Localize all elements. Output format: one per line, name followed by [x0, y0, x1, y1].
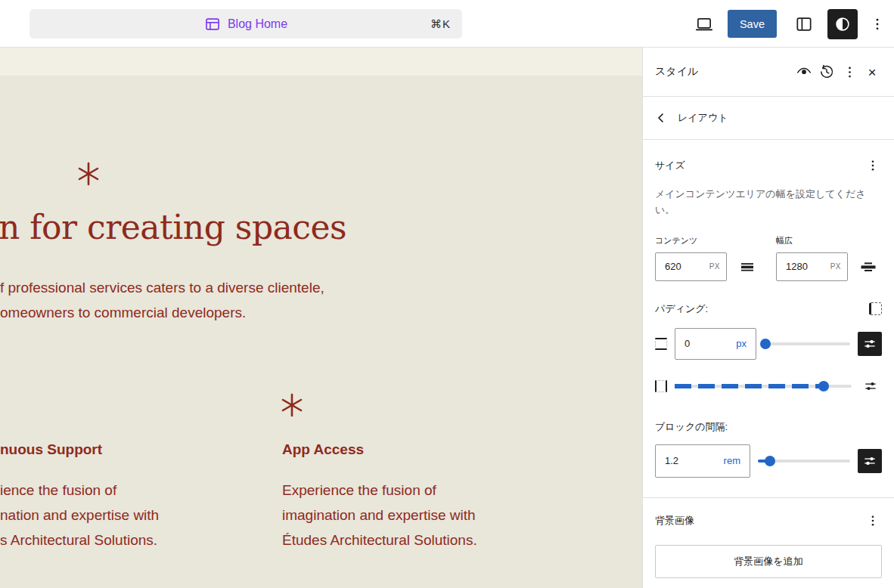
feature-body: Experience the fusion of imagination and…: [282, 478, 532, 552]
section-divider: [643, 497, 894, 498]
style-book-button[interactable]: [793, 60, 815, 83]
sliders-icon: [862, 453, 877, 469]
command-palette-button[interactable]: Blog Home ⌘K: [29, 9, 462, 39]
site-title-label: Blog Home: [228, 17, 287, 31]
intro-paragraph[interactable]: f professional services caters to a dive…: [0, 275, 324, 325]
asterisk-icon: [76, 162, 101, 186]
content-width-input[interactable]: 620 PX: [655, 252, 727, 281]
padding-label: パディング:: [655, 302, 708, 316]
canvas-header-strip: [0, 48, 642, 76]
wide-width-unit[interactable]: PX: [830, 262, 841, 271]
asterisk-icon: [280, 393, 304, 417]
content-width-label: コンテンツ: [655, 235, 756, 246]
laptop-icon: [694, 14, 714, 34]
back-to-styles-button[interactable]: レイアウト: [643, 97, 894, 140]
horizontal-padding-options-button[interactable]: [859, 375, 882, 398]
add-background-image-button[interactable]: 背景画像を追加: [655, 545, 882, 578]
view-preview-button[interactable]: [691, 11, 718, 38]
styles-sidebar: スタイル: [642, 48, 894, 588]
styles-button[interactable]: [827, 9, 858, 39]
feature-column[interactable]: App Access Experience the fusion of imag…: [282, 441, 532, 552]
feature-column[interactable]: nuous Support ience the fusion of nation…: [0, 441, 234, 552]
eye-icon: [796, 63, 812, 80]
padding-slider[interactable]: [764, 342, 850, 345]
block-spacing-options-button[interactable]: [858, 449, 882, 473]
padding-options-button[interactable]: [858, 332, 882, 356]
close-sidebar-button[interactable]: ×: [861, 60, 883, 83]
horizontal-padding-icon: [655, 380, 667, 392]
wide-width-input[interactable]: 1280 PX: [776, 252, 848, 281]
topbar-actions: Save: [691, 0, 887, 48]
sidebar-more-options-button[interactable]: [838, 60, 861, 83]
wide-width-label: 幅広: [776, 235, 877, 246]
kebab-icon: [866, 514, 880, 528]
unlink-sides-icon[interactable]: [869, 302, 882, 315]
revisions-button[interactable]: [815, 60, 838, 83]
template-icon: [204, 16, 221, 32]
size-options-button[interactable]: [864, 156, 882, 175]
vertical-padding-icon: [655, 338, 667, 350]
block-spacing-input[interactable]: 1.2 rem: [655, 444, 750, 478]
feature-body: ience the fusion of nation and expertise…: [0, 478, 234, 552]
kebab-icon: [843, 65, 857, 79]
panel-title: レイアウト: [678, 111, 728, 125]
block-spacing-label: ブロックの間隔:: [655, 420, 882, 434]
feature-title: nuous Support: [0, 441, 234, 459]
sliders-icon: [862, 336, 877, 351]
content-width-icon: [738, 258, 756, 276]
more-options-button[interactable]: [868, 11, 887, 38]
feature-title: App Access: [282, 441, 532, 459]
horizontal-padding-slider[interactable]: [675, 385, 852, 388]
command-shortcut: ⌘K: [430, 17, 451, 31]
background-image-section-title: 背景画像: [655, 514, 694, 528]
content-width-unit[interactable]: PX: [709, 262, 720, 271]
sliders-icon: [863, 379, 878, 394]
kebab-icon: [866, 159, 880, 172]
block-spacing-slider[interactable]: [758, 460, 850, 463]
sidebar-title: スタイル: [655, 65, 793, 79]
chevron-left-icon: [655, 112, 667, 124]
sidebar-header: スタイル: [643, 48, 894, 97]
editor-top-bar: Blog Home ⌘K Save: [0, 0, 894, 48]
hero-heading[interactable]: n for creating spaces: [0, 208, 346, 246]
close-icon: ×: [868, 65, 876, 79]
settings-sidebar-toggle-button[interactable]: [790, 11, 818, 38]
background-options-button[interactable]: [864, 512, 882, 530]
history-icon: [818, 63, 835, 80]
wide-width-icon: [859, 258, 877, 276]
editor-canvas[interactable]: n for creating spaces f professional ser…: [0, 48, 642, 588]
padding-value-input[interactable]: 0 px: [675, 328, 756, 360]
block-spacing-unit-select[interactable]: rem: [724, 455, 740, 466]
kebab-icon: [870, 17, 885, 32]
intro-line: f professional services caters to a dive…: [0, 275, 324, 300]
padding-unit-select[interactable]: px: [736, 338, 747, 349]
contrast-styles-icon: [833, 14, 852, 34]
size-section-title: サイズ: [655, 159, 685, 172]
save-button[interactable]: Save: [728, 10, 777, 38]
size-description: メインコンテンツエリアの幅を設定してください。: [655, 187, 882, 218]
intro-line: omeowners to commercial developers.: [0, 300, 324, 325]
sidebar-panel-icon: [794, 14, 814, 34]
